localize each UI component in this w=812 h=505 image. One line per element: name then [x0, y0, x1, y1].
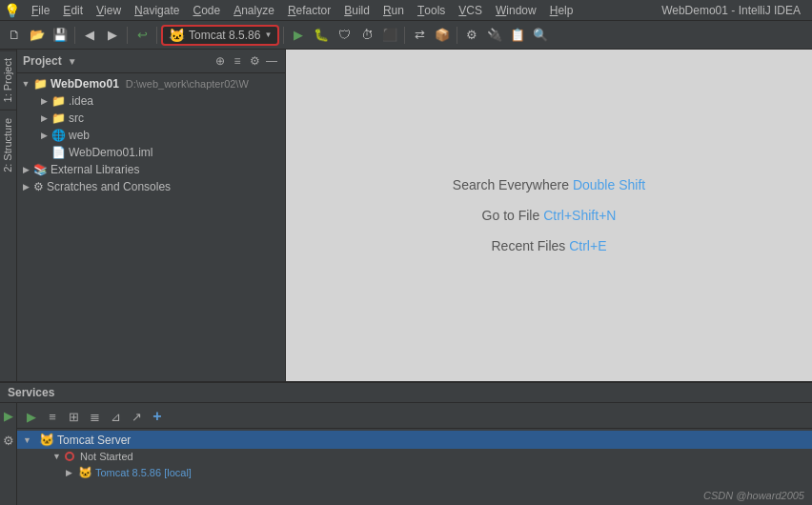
not-started-circle	[65, 452, 74, 461]
services-panel: Services ▶ ⚙ ▶ ≡ ⊞ ≣ ⊿ ↗ + ▼	[0, 381, 812, 505]
tree-item-src[interactable]: ▶ 📁 src	[17, 110, 285, 127]
module-icon: 📁	[33, 77, 48, 91]
tree-label-scratches: Scratches and Consoles	[47, 180, 171, 193]
tree-item-webdemo01[interactable]: ▼ 📁 WebDemo01 D:\web_work\chapter02\W	[17, 75, 285, 92]
tree-item-web[interactable]: ▶ 🌐 web	[17, 127, 285, 144]
project-structure-btn[interactable]: 📦	[432, 25, 453, 46]
forward-btn[interactable]: ▶	[102, 25, 123, 46]
svc-group-by-btn[interactable]: ≣	[86, 408, 103, 425]
svc-group-btn[interactable]: ≡	[44, 408, 61, 425]
shortcut-search: Double Shift	[573, 177, 645, 192]
svc-label-tomcat-local: Tomcat 8.5.86 [local]	[95, 467, 192, 478]
sync-btn[interactable]: ⇄	[409, 25, 430, 46]
tree-item-scratches[interactable]: ▶ ⚙ Scratches and Consoles	[17, 178, 285, 195]
menu-bar: 💡 File Edit View Navigate Code Analyze R…	[0, 0, 812, 21]
menu-refactor[interactable]: Refactor	[282, 0, 336, 21]
tree-label-path: D:\web_work\chapter02\W	[126, 78, 249, 90]
menu-edit[interactable]: Edit	[57, 0, 89, 21]
tree-label-webdemo01: WebDemo01	[51, 77, 119, 91]
tree-label-web: web	[69, 129, 90, 142]
project-panel: Project ▼ ⊕ ≡ ⚙ — ▼ 📁 WebDemo01 D:\web_w…	[17, 50, 286, 381]
tree-label-src: src	[69, 111, 84, 125]
tomcat-local-icon: 🐱	[78, 466, 92, 479]
sidebar-tab-project[interactable]: 1: Project	[0, 50, 16, 110]
project-title: Project	[23, 54, 62, 68]
svc-item-not-started[interactable]: ▼ Not Started	[17, 449, 812, 464]
stop-btn[interactable]: ⬛	[379, 25, 400, 46]
save-btn[interactable]: 💾	[50, 25, 71, 46]
plugins-btn[interactable]: 🔌	[484, 25, 505, 46]
services-settings-btn[interactable]: ⚙	[0, 432, 17, 449]
sep2	[127, 27, 128, 44]
menu-code[interactable]: Code	[187, 0, 226, 21]
sep4	[283, 27, 284, 44]
back-btn[interactable]: ◀	[79, 25, 100, 46]
shortcut-recent-files: Ctrl+E	[569, 238, 606, 253]
debug-btn[interactable]: 🐛	[311, 25, 332, 46]
settings-panel-btn[interactable]: ⚙	[247, 53, 262, 69]
tomcat-server-icon: 🐱	[39, 433, 54, 447]
collapse-all-btn[interactable]: ≡	[230, 53, 245, 69]
main-layout: 1: Project 2: Structure Project ▼ ⊕ ≡ ⚙ …	[0, 50, 812, 381]
svc-add-btn[interactable]: +	[149, 408, 166, 425]
menu-tools[interactable]: Tools	[412, 0, 451, 21]
profile-btn[interactable]: ⏱	[356, 25, 377, 46]
services-body: ▶ ⚙ ▶ ≡ ⊞ ≣ ⊿ ↗ + ▼ 🐱 Tomcat Server	[0, 403, 812, 505]
menu-build[interactable]: Build	[338, 0, 376, 21]
tree-item-iml[interactable]: ▶ 📄 WebDemo01.iml	[17, 144, 285, 161]
run-btn[interactable]: ▶	[288, 25, 309, 46]
sidebar-tab-structure[interactable]: 2: Structure	[0, 110, 16, 180]
file-tree: ▼ 📁 WebDemo01 D:\web_work\chapter02\W ▶ …	[17, 73, 285, 381]
hint-goto-file: Go to File Ctrl+Shift+N	[482, 208, 617, 223]
editor-area: Search Everywhere Double Shift Go to Fil…	[286, 50, 812, 381]
menu-navigate[interactable]: Navigate	[129, 0, 185, 21]
app-icon: 💡	[4, 3, 20, 18]
svc-run-btn[interactable]: ▶	[23, 408, 40, 425]
sep3	[156, 27, 157, 44]
add-content-btn[interactable]: ⊕	[213, 53, 228, 69]
not-started-badge	[65, 452, 74, 461]
sdk-btn[interactable]: 📋	[507, 25, 528, 46]
tomcat-config-btn[interactable]: 🐱 Tomcat 8.5.86 ▼	[161, 25, 279, 46]
folder-web-icon: 🌐	[51, 129, 66, 142]
services-left-tabs: ▶ ⚙	[0, 403, 17, 505]
svc-expand-btn[interactable]: ⊞	[65, 408, 82, 425]
sep5	[404, 27, 405, 44]
hide-panel-btn[interactable]: —	[264, 53, 279, 69]
menu-help[interactable]: Help	[544, 0, 579, 21]
menu-window[interactable]: Window	[490, 0, 542, 21]
services-title: Services	[8, 386, 54, 399]
svc-arrow-tomcat: ▼	[23, 435, 36, 445]
svc-filter-btn[interactable]: ⊿	[107, 408, 124, 425]
scratches-icon: ⚙	[33, 180, 44, 193]
search-everywhere-btn[interactable]: 🔍	[530, 25, 551, 46]
tree-item-idea[interactable]: ▶ 📁 .idea	[17, 92, 285, 110]
sep6	[457, 27, 457, 44]
menu-vcs[interactable]: VCS	[453, 0, 488, 21]
folder-idea-icon: 📁	[51, 94, 66, 108]
tree-item-external-libs[interactable]: ▶ 📚 External Libraries	[17, 161, 285, 178]
svc-item-tomcat-local[interactable]: ▶ 🐱 Tomcat 8.5.86 [local]	[17, 464, 812, 481]
tree-arrow-scratches: ▶	[21, 182, 30, 192]
menu-run[interactable]: Run	[377, 0, 410, 21]
services-run-btn[interactable]: ▶	[0, 407, 17, 424]
hint-search-everywhere: Search Everywhere Double Shift	[453, 177, 645, 192]
tree-label-iml: WebDemo01.iml	[69, 146, 152, 159]
menu-file[interactable]: File	[26, 0, 55, 21]
svc-jump-btn[interactable]: ↗	[128, 408, 145, 425]
open-btn[interactable]: 📂	[27, 25, 48, 46]
menu-view[interactable]: View	[91, 0, 127, 21]
folder-src-icon: 📁	[51, 111, 66, 125]
svc-item-tomcat-server[interactable]: ▼ 🐱 Tomcat Server	[17, 431, 812, 449]
file-iml-icon: 📄	[51, 146, 66, 159]
settings-btn[interactable]: ⚙	[461, 25, 482, 46]
coverage-btn[interactable]: 🛡	[334, 25, 355, 46]
new-file-btn[interactable]: 🗋	[4, 25, 25, 46]
services-content: ▶ ≡ ⊞ ≣ ⊿ ↗ + ▼ 🐱 Tomcat Server ▼	[17, 403, 812, 505]
tree-arrow-src: ▶	[39, 113, 49, 123]
run-recent-btn[interactable]: ↩	[132, 25, 152, 46]
sep1	[74, 27, 75, 44]
menu-analyze[interactable]: Analyze	[228, 0, 280, 21]
left-side-tabs: 1: Project 2: Structure	[0, 50, 17, 381]
tree-arrow-web: ▶	[39, 131, 49, 140]
